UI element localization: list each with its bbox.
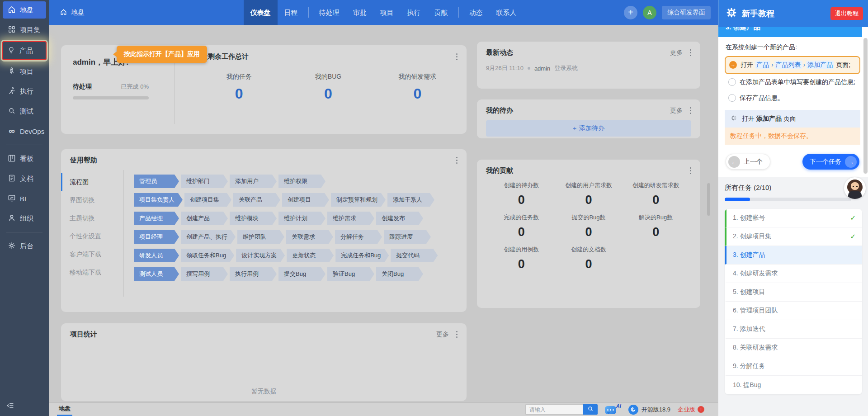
sidebar-item-qa[interactable]: 测试	[3, 103, 46, 120]
kebab-menu-icon[interactable]	[455, 330, 458, 339]
task-item[interactable]: 1. 创建帐号✓	[725, 209, 862, 227]
tab-execution[interactable]: 执行	[401, 0, 428, 25]
ai-assistant-icon[interactable]: AI	[605, 404, 621, 415]
task-item[interactable]: 2. 创建项目集✓	[725, 227, 862, 246]
runner-icon	[7, 86, 16, 97]
upgrade-link[interactable]: 企业版 ↑	[678, 406, 704, 414]
help-tab-ui-switch[interactable]: 界面切换	[61, 191, 123, 209]
version-info: 开源版18.9	[628, 405, 670, 415]
view-switch-button[interactable]: 综合研发界面	[662, 6, 711, 19]
flow-step-chip: 跟踪进度	[384, 230, 431, 244]
more-link[interactable]: 更多	[670, 49, 683, 57]
center-column: 地盘 仪表盘 日程 待处理 审批 项目 执行 贡献 动态 联系人 + A 综合研…	[49, 0, 718, 416]
flow-step-chip: 关联产品	[233, 193, 280, 207]
create-button[interactable]: +	[624, 6, 637, 19]
sidebar-item-kanban[interactable]: 看板	[3, 150, 46, 167]
flow-step-chip: 创建产品、执行	[181, 230, 236, 244]
task-item[interactable]: 10. 提Bug✓	[725, 376, 862, 394]
sidebar-item-ground[interactable]: 地盘	[3, 1, 46, 19]
sidebar-item-doc[interactable]: 文档	[3, 170, 46, 187]
kebab-menu-icon[interactable]	[689, 166, 692, 175]
tutorial-task-list: 1. 创建帐号✓ 2. 创建项目集✓ 3. 创建产品✓ 4. 创建研发需求✓ 5…	[725, 209, 862, 394]
exit-tutorial-button[interactable]: 退出教程	[830, 7, 863, 20]
tab-contacts[interactable]: 联系人	[490, 0, 524, 25]
kebab-menu-icon[interactable]	[455, 52, 458, 61]
sidebar-item-execution[interactable]: 执行	[3, 83, 46, 100]
stat-value[interactable]: 0	[194, 85, 283, 102]
help-tab-client-download[interactable]: 客户端下载	[61, 245, 123, 263]
nav-divider	[308, 7, 309, 18]
sidebar-item-bi[interactable]: BI	[3, 190, 46, 207]
task-item[interactable]: 5. 创建项目✓	[725, 283, 862, 302]
kebab-menu-icon[interactable]	[689, 48, 692, 57]
help-tab-flowchart[interactable]: 流程图	[61, 173, 123, 191]
more-link[interactable]: 更多	[670, 107, 683, 115]
sidebar-item-admin[interactable]: 后台	[3, 237, 46, 255]
task-item[interactable]: 3. 创建产品✓	[725, 246, 862, 265]
link-product[interactable]: 产品	[755, 61, 770, 69]
help-tab-theme[interactable]: 主题切换	[61, 209, 123, 227]
main-scrollbar[interactable]	[707, 183, 710, 216]
dynamics-entry[interactable]: 9月26日 11:10 admin 登录系统	[477, 57, 700, 72]
avatar[interactable]: A	[643, 6, 656, 19]
magnifier-icon	[7, 106, 16, 117]
all-tasks-label: 所有任务 (2/10)	[725, 184, 862, 192]
task-item[interactable]: 7. 添加迭代✓	[725, 320, 862, 339]
sidebar-item-program[interactable]: 项目集	[3, 21, 46, 38]
tab-todo[interactable]: 待处理	[312, 0, 346, 25]
kebab-menu-icon[interactable]	[455, 156, 458, 165]
sidebar-divider	[6, 145, 42, 145]
flow-role-chip: 项目集负责人	[134, 193, 183, 207]
task-item[interactable]: 4. 创建研发需求✓	[725, 265, 862, 283]
stat-value[interactable]: 0	[283, 85, 373, 102]
statusbar-tab-ground[interactable]: 地盘	[57, 403, 72, 416]
search-button[interactable]	[583, 404, 598, 415]
collapse-sidebar-icon[interactable]	[5, 401, 15, 412]
help-tab-personalize[interactable]: 个性化设置	[61, 227, 123, 245]
sidebar-item-product[interactable]: 产品	[2, 41, 47, 60]
search-icon	[587, 406, 594, 413]
tutorial-intro: 在系统创建一个新的产品:	[726, 43, 859, 52]
flow-row-program-owner: 项目集负责人 创建项目集 关联产品 创建项目 制定预算和规划 添加干系人	[134, 193, 467, 207]
kebab-menu-icon[interactable]	[689, 106, 692, 115]
sidebar-item-label: 后台	[20, 242, 33, 251]
sidebar-item-devops[interactable]: ∞ DevOps	[3, 123, 46, 140]
sidebar-item-org[interactable]: 组织	[3, 210, 46, 227]
tutorial-title: 新手教程	[742, 8, 774, 19]
next-task-button[interactable]: 下一个任务 →	[802, 154, 859, 170]
stat-value[interactable]: 0	[373, 85, 462, 102]
tutorial-action-row[interactable]: 打开 添加产品 页面	[725, 110, 860, 128]
task-item[interactable]: 9. 分解任务✓	[725, 357, 862, 376]
tab-calendar[interactable]: 日程	[278, 0, 305, 25]
flow-step-chip: 添加干系人	[387, 193, 434, 207]
flow-step-chip: 验证Bug	[327, 267, 374, 281]
tutorial-scrollbar[interactable]	[863, 38, 868, 174]
flow-step-chip: 完成任务和Bug	[335, 249, 389, 262]
tutorial-progress-fill	[725, 198, 750, 201]
link-add-product[interactable]: 添加产品	[806, 61, 834, 69]
flow-step-chip: 创建项目集	[184, 193, 231, 207]
tab-project[interactable]: 项目	[373, 0, 401, 25]
flow-step-chip: 制定预算和规划	[331, 193, 386, 207]
more-link[interactable]: 更多	[436, 331, 449, 339]
task-item[interactable]: 8. 关联研发需求✓	[725, 339, 862, 357]
sidebar-divider	[6, 232, 42, 232]
chart-monitor-icon	[7, 194, 16, 204]
tab-dynamic[interactable]: 动态	[462, 0, 490, 25]
flow-step-chip: 提交代码	[391, 249, 438, 262]
tab-contribute[interactable]: 贡献	[428, 0, 455, 25]
flow-step-chip: 设计实现方案	[236, 249, 285, 262]
upgrade-label: 企业版	[678, 406, 695, 414]
link-product-list[interactable]: 产品列表	[774, 61, 802, 69]
tab-review[interactable]: 审批	[346, 0, 373, 25]
previous-task-button[interactable]: ← 上一个	[726, 154, 770, 170]
add-todo-button[interactable]: + 添加待办	[486, 120, 691, 137]
sidebar-item-project[interactable]: 项目	[3, 63, 46, 80]
search-input[interactable]	[525, 404, 583, 415]
guide-tooltip: 按此指示打开【产品】应用	[117, 46, 207, 63]
help-tab-mobile-download[interactable]: 移动端下载	[61, 263, 123, 281]
tab-dashboard[interactable]: 仪表盘	[244, 0, 278, 25]
sidebar-item-label: 项目集	[20, 26, 40, 34]
task-item[interactable]: 6. 管理项目团队✓	[725, 302, 862, 320]
home-icon	[7, 5, 16, 15]
